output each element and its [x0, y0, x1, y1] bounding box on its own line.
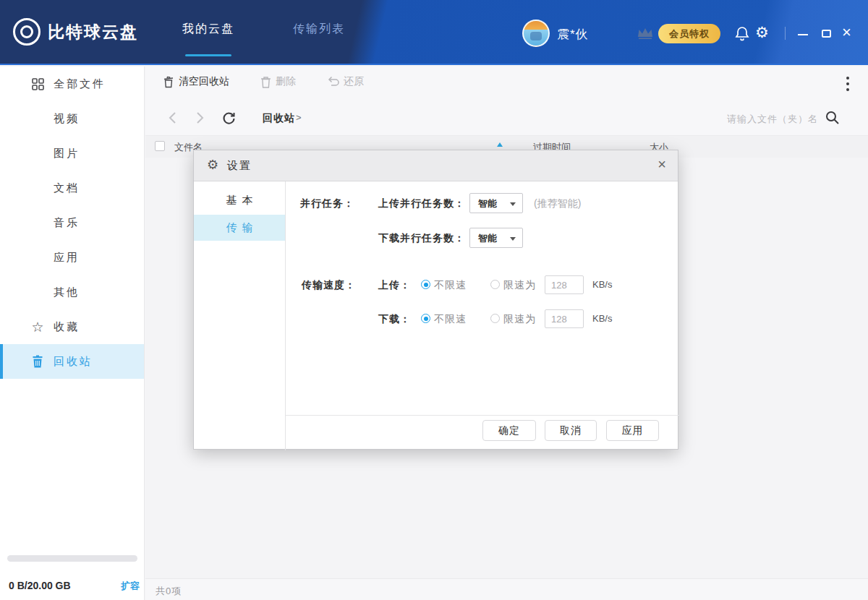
- item-count: 共0项: [156, 585, 182, 598]
- app-window: 比特球云盘 我的云盘 传输列表 震*伙 会员特权 ⚙ ×: [0, 0, 868, 600]
- search-input[interactable]: [689, 108, 818, 129]
- chevron-down-icon: [510, 202, 516, 206]
- restore-undo-icon: [327, 76, 339, 87]
- back-arrow-icon[interactable]: [169, 111, 176, 124]
- cancel-button[interactable]: 取消: [545, 420, 597, 441]
- grid-icon: [30, 77, 45, 91]
- upload-parallel-hint: (推荐智能): [534, 193, 581, 213]
- more-options-ellipsis-icon[interactable]: [841, 74, 854, 94]
- upload-parallel-label: 上传并行任务数：: [378, 193, 465, 213]
- sidebar-item-label: 回收站: [54, 355, 93, 369]
- sidebar-item-favorites[interactable]: ☆ 收藏: [0, 309, 144, 344]
- sidebar-item-label: 收藏: [54, 320, 80, 334]
- upload-parallel-value: 智能: [478, 197, 497, 210]
- select-all-checkbox[interactable]: [155, 141, 165, 151]
- refresh-icon[interactable]: [222, 111, 236, 125]
- sidebar-item-videos[interactable]: 视频: [0, 101, 144, 136]
- sidebar-item-all-files[interactable]: 全部文件: [0, 67, 144, 101]
- sidebar-item-label: 全部文件: [54, 77, 106, 91]
- sidebar-item-documents[interactable]: 文档: [0, 171, 144, 205]
- storage-progress-bar: [7, 555, 137, 562]
- star-icon: ☆: [30, 320, 45, 334]
- empty-trash-label: 清空回收站: [179, 75, 229, 88]
- breadcrumb-recycle-bin[interactable]: 回收站: [263, 112, 295, 125]
- upload-parallel-dropdown[interactable]: 智能: [469, 193, 523, 213]
- restore-label: 还原: [344, 75, 364, 88]
- download-limited-label[interactable]: 限速为: [503, 309, 536, 329]
- trash-icon: [30, 354, 45, 369]
- breadcrumb-chevron: >: [296, 112, 302, 123]
- username: 震*伙: [557, 26, 589, 43]
- speed-section-label: 传输速度：: [302, 275, 356, 295]
- empty-trash-button[interactable]: 清空回收站: [163, 75, 229, 88]
- navigation-row: 回收站 >: [145, 101, 868, 136]
- sidebar: 全部文件 视频 图片 文档 音乐 应用 其他 ☆ 收藏: [0, 67, 145, 600]
- tab-transfer-list-label: 传输列表: [293, 22, 345, 35]
- download-unlimited-label[interactable]: 不限速: [434, 309, 467, 329]
- search-icon[interactable]: [825, 111, 840, 125]
- settings-gear-icon[interactable]: ⚙: [755, 24, 769, 41]
- download-limit-unit: KB/s: [592, 309, 612, 329]
- sort-arrow-icon[interactable]: [497, 142, 503, 147]
- upload-limit-input[interactable]: [545, 275, 584, 294]
- dialog-close-icon[interactable]: ×: [658, 156, 666, 173]
- download-unlimited-radio[interactable]: [421, 314, 430, 323]
- download-parallel-label: 下载并行任务数：: [378, 228, 465, 248]
- upload-limited-label[interactable]: 限速为: [503, 275, 536, 295]
- upload-limit-unit: KB/s: [592, 275, 612, 295]
- delete-label: 删除: [276, 75, 296, 88]
- download-limit-input[interactable]: [545, 309, 584, 328]
- dialog-footer-divider: [286, 415, 679, 416]
- active-tab-underline: [185, 54, 231, 56]
- app-logo: 比特球云盘: [13, 18, 138, 46]
- sidebar-item-images[interactable]: 图片: [0, 136, 144, 171]
- sidebar-item-apps[interactable]: 应用: [0, 240, 144, 275]
- toolbar: 清空回收站 删除 还原: [145, 67, 868, 101]
- dialog-tab-transfer[interactable]: 传输: [194, 215, 285, 241]
- parallel-section-label: 并行任务：: [300, 193, 354, 213]
- sidebar-item-label: 音乐: [54, 216, 80, 230]
- download-parallel-dropdown[interactable]: 智能: [469, 228, 523, 248]
- delete-trash-icon: [260, 76, 271, 88]
- topbar: 比特球云盘 我的云盘 传输列表 震*伙 会员特权 ⚙ ×: [0, 0, 868, 65]
- dialog-gear-icon: ⚙: [207, 157, 218, 173]
- apply-button[interactable]: 应用: [606, 420, 659, 441]
- status-bar: 共0项: [145, 578, 868, 600]
- tab-my-drive-label: 我的云盘: [182, 22, 234, 35]
- dialog-titlebar: ⚙ 设置 ×: [194, 150, 678, 181]
- notifications-bell-icon[interactable]: [735, 26, 749, 41]
- speed-download-label: 下载：: [378, 309, 411, 329]
- restore-button[interactable]: 还原: [327, 75, 364, 88]
- upload-limited-radio[interactable]: [490, 280, 500, 289]
- vip-privileges-button[interactable]: 会员特权: [658, 24, 720, 43]
- download-limited-radio[interactable]: [490, 314, 500, 323]
- chevron-down-icon: [510, 237, 516, 241]
- expand-storage-link[interactable]: 扩容: [121, 580, 140, 593]
- empty-trash-icon: [163, 76, 174, 88]
- app-name: 比特球云盘: [48, 21, 138, 43]
- speed-upload-label: 上传：: [378, 275, 411, 295]
- minimize-button[interactable]: [798, 34, 808, 35]
- sidebar-item-label: 视频: [54, 112, 80, 126]
- tab-transfer-list[interactable]: 传输列表: [292, 22, 346, 51]
- dialog-tab-basic[interactable]: 基本: [194, 187, 285, 213]
- maximize-button[interactable]: [822, 30, 831, 38]
- sidebar-item-label: 应用: [54, 251, 80, 265]
- sidebar-item-music[interactable]: 音乐: [0, 205, 144, 240]
- delete-button[interactable]: 删除: [260, 75, 296, 88]
- sidebar-item-others[interactable]: 其他: [0, 275, 144, 309]
- avatar[interactable]: [522, 20, 550, 47]
- ok-button[interactable]: 确定: [482, 420, 536, 441]
- settings-dialog: ⚙ 设置 × 基本 传输 并行任务： 上传并行任务数： 智能 (推荐智能) 下载…: [193, 150, 678, 450]
- upload-unlimited-radio[interactable]: [421, 280, 430, 289]
- forward-arrow-icon[interactable]: [196, 111, 204, 124]
- sidebar-item-label: 图片: [54, 147, 80, 160]
- upload-unlimited-label[interactable]: 不限速: [434, 275, 467, 295]
- close-window-button[interactable]: ×: [842, 23, 851, 42]
- download-parallel-value: 智能: [478, 232, 497, 245]
- sidebar-item-recycle-bin[interactable]: 回收站: [0, 344, 144, 379]
- dialog-title: 设置: [227, 159, 252, 173]
- dialog-tab-panel: 基本 传输: [194, 181, 286, 450]
- topbar-divider: [785, 27, 786, 40]
- tab-my-drive[interactable]: 我的云盘: [177, 22, 239, 51]
